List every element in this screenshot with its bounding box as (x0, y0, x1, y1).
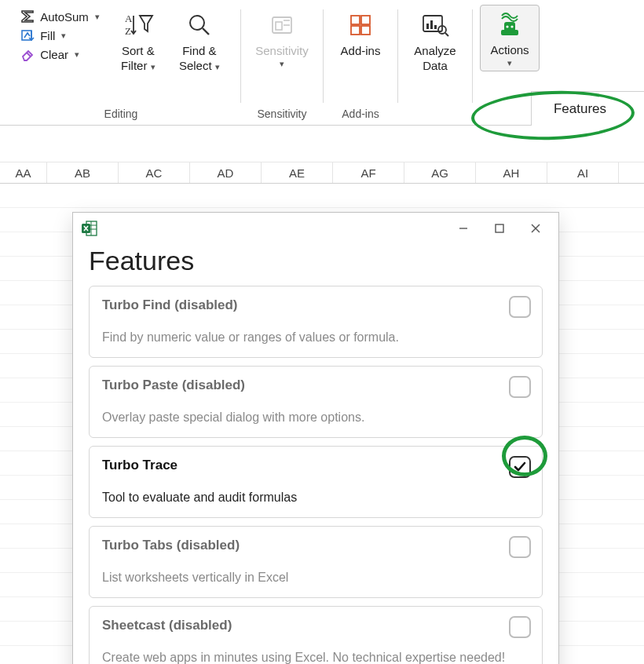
actions-label: Actions (490, 43, 529, 58)
chevron-down-icon: ▾ (75, 49, 79, 60)
ribbon-group-analyze: Analyze Data (400, 5, 470, 125)
column-header[interactable]: AA (0, 162, 47, 183)
sort-filter-label-1: Sort & (122, 44, 155, 59)
chevron-down-icon: ▾ (507, 58, 512, 69)
svg-line-20 (445, 33, 448, 36)
feature-card-turbo-find[interactable]: Turbo Find (disabled) Find by numeric va… (89, 286, 543, 358)
find-select-label-2: Select (179, 59, 212, 72)
feature-card-turbo-tabs[interactable]: Turbo Tabs (disabled) List worksheets ve… (89, 526, 543, 598)
analyze-data-button[interactable]: Analyze Data (404, 5, 466, 75)
feature-title: Sheetcast (disabled) (102, 618, 529, 633)
feature-checkbox[interactable] (509, 536, 531, 558)
chevron-down-icon: ▾ (151, 62, 156, 73)
svg-line-6 (203, 28, 209, 35)
ribbon-separator (397, 9, 398, 103)
maximize-button[interactable] (481, 216, 518, 241)
minimize-icon (458, 223, 469, 234)
feature-checkbox[interactable] (509, 296, 531, 318)
svg-rect-31 (496, 224, 503, 232)
eraser-icon (20, 47, 35, 61)
ribbon-separator (472, 9, 473, 103)
features-tab[interactable]: Features (531, 91, 644, 126)
column-header[interactable]: AE (262, 162, 333, 183)
chevron-down-icon: ▾ (280, 59, 284, 70)
ribbon: AutoSum ▾ Fill ▾ Clear ▾ (0, 0, 644, 126)
svg-rect-17 (430, 20, 433, 29)
clear-label: Clear (40, 48, 68, 61)
autosum-button[interactable]: AutoSum ▾ (16, 8, 103, 25)
close-button[interactable] (518, 216, 554, 241)
svg-rect-13 (351, 26, 360, 35)
ribbon-group-sensitivity: Sensitivity ▾ Sensitivity (243, 5, 321, 125)
find-select-button[interactable]: Find & Select ▾ (169, 5, 230, 75)
sensitivity-icon (268, 9, 296, 41)
analyze-label-1: Analyze (414, 44, 456, 59)
feature-card-turbo-trace[interactable]: Turbo Trace Tool to evaluate and audit f… (89, 446, 543, 518)
dialog-titlebar[interactable] (73, 213, 558, 244)
feature-desc: Find by numeric value or ranges of value… (102, 330, 529, 345)
actions-icon (496, 9, 524, 40)
group-label-addins: Add-ins (328, 103, 393, 125)
feature-title: Turbo Trace (102, 458, 529, 473)
addins-label: Add-ins (341, 44, 381, 59)
ribbon-separator (240, 9, 241, 103)
sort-filter-button[interactable]: A Z Sort & Filter ▾ (108, 5, 169, 75)
ribbon-group-editing: AutoSum ▾ Fill ▾ Clear ▾ (3, 5, 239, 125)
sort-filter-label-2: Filter (121, 59, 147, 72)
ribbon-group-addins: Add-ins Add-ins (325, 5, 396, 125)
minimize-button[interactable] (445, 216, 481, 241)
editing-stack: AutoSum ▾ Fill ▾ Clear ▾ (12, 5, 108, 63)
close-icon (530, 223, 541, 234)
excel-app-icon (81, 220, 98, 237)
feature-checkbox[interactable] (509, 456, 531, 478)
column-header[interactable]: AF (333, 162, 404, 183)
group-label-editing: Editing (6, 103, 236, 125)
svg-text:A: A (125, 13, 133, 24)
column-header[interactable]: AD (190, 162, 262, 183)
column-header[interactable]: AI (547, 162, 619, 183)
actions-button[interactable]: Actions ▾ (480, 5, 540, 71)
group-label-sensitivity: Sensitivity (246, 103, 318, 125)
sensitivity-label: Sensitivity (255, 44, 309, 59)
feature-desc: Overlay paste special dialog with more o… (102, 410, 529, 425)
column-header-row: AA AB AC AD AE AF AG AH AI (0, 162, 644, 184)
column-header[interactable]: AB (47, 162, 119, 183)
column-header[interactable]: AG (404, 162, 476, 183)
feature-checkbox[interactable] (509, 616, 531, 638)
fill-button[interactable]: Fill ▾ (16, 27, 103, 44)
svg-point-5 (190, 16, 204, 30)
feature-desc: Tool to evaluate and audit formulas (102, 491, 529, 505)
svg-rect-14 (361, 26, 370, 35)
features-tab-label: Features (554, 101, 606, 117)
feature-title: Turbo Find (disabled) (102, 297, 529, 313)
feature-card-sheetcast[interactable]: Sheetcast (disabled) Create web apps in … (89, 606, 543, 664)
addins-icon (346, 9, 375, 41)
features-dialog: Features Turbo Find (disabled) Find by n… (72, 212, 559, 664)
feature-card-turbo-paste[interactable]: Turbo Paste (disabled) Overlay paste spe… (89, 366, 543, 438)
column-header[interactable]: AH (476, 162, 547, 183)
svg-rect-24 (501, 30, 518, 35)
svg-rect-18 (434, 25, 437, 29)
fill-label: Fill (40, 29, 55, 42)
sigma-icon (20, 9, 35, 24)
sort-filter-icon: A Z (123, 9, 154, 41)
chevron-down-icon: ▾ (215, 62, 220, 73)
addins-button[interactable]: Add-ins (330, 5, 391, 60)
feature-desc: List worksheets vertically in Excel (102, 571, 529, 585)
svg-rect-11 (351, 16, 360, 24)
find-select-label-1: Find & (182, 44, 216, 59)
svg-rect-16 (426, 24, 429, 29)
svg-text:Z: Z (125, 25, 131, 37)
search-icon (185, 9, 214, 41)
autosum-label: AutoSum (40, 10, 89, 24)
feature-title: Turbo Paste (disabled) (102, 378, 529, 393)
analyze-icon (420, 9, 450, 41)
chevron-down-icon: ▾ (95, 12, 100, 22)
group-label-analyze (403, 103, 467, 125)
clear-button[interactable]: Clear ▾ (16, 46, 103, 63)
feature-title: Turbo Tabs (disabled) (102, 538, 529, 553)
column-header[interactable]: AC (119, 162, 190, 183)
feature-checkbox[interactable] (509, 376, 531, 398)
svg-point-23 (510, 25, 513, 27)
svg-point-22 (506, 25, 508, 27)
